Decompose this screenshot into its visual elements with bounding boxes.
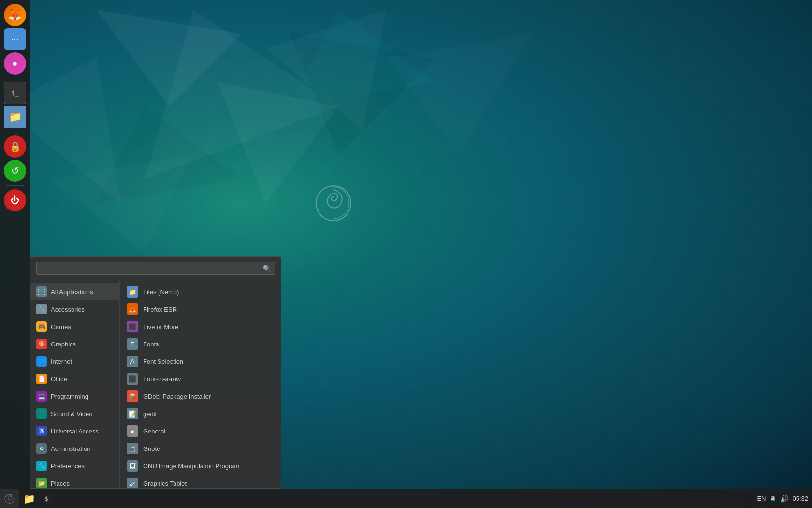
- svg-marker-4: [97, 10, 242, 106]
- category-icon-accessories: 🔧: [36, 304, 47, 314]
- app-icon: A: [127, 356, 138, 367]
- category-item-preferences[interactable]: 🔧Preferences: [30, 457, 119, 475]
- app-icon: 📓: [127, 443, 138, 454]
- dock-separator-1: [6, 78, 24, 78]
- app-icon: 📁: [127, 286, 138, 298]
- app-label: GNU Image Manipulation Program: [143, 463, 239, 470]
- taskbar-files[interactable]: 📁: [19, 489, 39, 508]
- app-item[interactable]: 📝gedit: [120, 405, 281, 422]
- category-icon-games: 🎮: [36, 321, 47, 332]
- svg-marker-5: [290, 10, 435, 106]
- category-label-universal: Universal Access: [51, 428, 99, 435]
- app-item[interactable]: ⬛Five or More: [120, 318, 281, 335]
- dock-lock[interactable]: 🔒: [4, 135, 26, 158]
- category-label-internet: Internet: [51, 358, 72, 365]
- taskbar-terminal[interactable]: $_: [39, 489, 58, 508]
- app-icon: 📝: [127, 408, 138, 419]
- app-label: General: [143, 428, 165, 435]
- svg-marker-2: [290, 34, 435, 155]
- app-icon: ⬛: [127, 373, 138, 385]
- language-indicator[interactable]: EN: [757, 495, 766, 502]
- category-label-graphics: Graphics: [51, 341, 76, 348]
- app-label: GDebi Package Installer: [143, 393, 211, 400]
- dock-power[interactable]: ⏻: [4, 189, 26, 211]
- dock-firefox[interactable]: 🦊: [4, 4, 26, 26]
- category-label-accessories: Accessories: [51, 306, 85, 313]
- category-icon-sound: 🎵: [36, 408, 47, 419]
- app-icon: ●: [127, 425, 138, 437]
- svg-marker-0: [145, 10, 338, 179]
- app-label: Graphics Tablet: [143, 480, 187, 487]
- app-label: gedit: [143, 410, 157, 418]
- desktop: 🦊 ··· ● $_ 📁 🔒 ↺ ⏻ �: [0, 0, 812, 508]
- category-item-places[interactable]: 📂Places: [30, 475, 119, 488]
- category-label-all: All Applications: [51, 288, 93, 296]
- app-item[interactable]: ⬛Four-in-a-row: [120, 370, 281, 388]
- category-item-all[interactable]: ⋮⋮All Applications: [30, 283, 119, 300]
- app-label: Firefox ESR: [143, 306, 177, 313]
- svg-marker-9: [48, 155, 193, 252]
- app-item[interactable]: 🖊Graphics Tablet: [120, 475, 281, 488]
- app-label: Font Selection: [143, 358, 183, 365]
- category-item-universal[interactable]: ♿Universal Access: [30, 422, 119, 440]
- category-icon-internet: 🌐: [36, 356, 47, 367]
- category-icon-places: 📂: [36, 478, 47, 488]
- category-label-places: Places: [51, 480, 70, 487]
- category-item-internet[interactable]: 🌐Internet: [30, 353, 119, 370]
- app-item[interactable]: ●General: [120, 422, 281, 440]
- dock-separator-2: [6, 132, 24, 132]
- dock-terminal[interactable]: $_: [4, 82, 26, 104]
- taskbar-left: 📁 $_: [0, 489, 58, 508]
- app-icon: 🦊: [127, 303, 138, 315]
- app-item[interactable]: FFonts: [120, 335, 281, 353]
- app-icon: 🖊: [127, 478, 138, 488]
- svg-marker-7: [97, 106, 242, 203]
- category-item-admin[interactable]: ⚙Administration: [30, 440, 119, 457]
- category-item-sound[interactable]: 🎵Sound & Video: [30, 405, 119, 422]
- app-label: Five or More: [143, 323, 178, 330]
- app-icon: ⬛: [127, 321, 138, 332]
- app-item[interactable]: 📁Files (Nemo): [120, 283, 281, 300]
- dock-bluedots[interactable]: ···: [4, 28, 26, 50]
- svg-marker-1: [266, 10, 387, 131]
- app-item[interactable]: 🖼GNU Image Manipulation Program: [120, 457, 281, 475]
- category-item-graphics[interactable]: 🎨Graphics: [30, 335, 119, 353]
- dock-files[interactable]: 📁: [4, 106, 26, 128]
- app-icon: F: [127, 338, 138, 350]
- dock-update[interactable]: ↺: [4, 160, 26, 182]
- category-label-games: Games: [51, 323, 71, 330]
- menu-body: ⋮⋮All Applications🔧Accessories🎮Games🎨Gra…: [30, 280, 281, 488]
- app-label: Four-in-a-row: [143, 375, 181, 383]
- debian-logo: [314, 184, 353, 223]
- dock-pink[interactable]: ●: [4, 52, 26, 75]
- app-label: Fonts: [143, 341, 159, 348]
- search-input[interactable]: [36, 262, 275, 275]
- category-item-accessories[interactable]: 🔧Accessories: [30, 300, 119, 318]
- app-item[interactable]: AFont Selection: [120, 353, 281, 370]
- dock-separator-3: [6, 185, 24, 186]
- dock: 🦊 ··· ● $_ 📁 🔒 ↺ ⏻: [0, 0, 30, 489]
- category-item-office[interactable]: 📄Office: [30, 370, 119, 388]
- taskbar-right: EN 🖥 🔊 05:32: [757, 495, 812, 503]
- category-item-games[interactable]: 🎮Games: [30, 318, 119, 335]
- taskbar-start-button[interactable]: [0, 489, 19, 508]
- clock: 05:32: [792, 495, 808, 502]
- category-item-programming[interactable]: 💻Programming: [30, 388, 119, 405]
- app-item[interactable]: 📦GDebi Package Installer: [120, 388, 281, 405]
- category-label-admin: Administration: [51, 445, 90, 452]
- app-item[interactable]: 📓Gnote: [120, 440, 281, 457]
- app-item[interactable]: 🦊Firefox ESR: [120, 300, 281, 318]
- category-icon-all: ⋮⋮: [36, 286, 47, 297]
- category-label-programming: Programming: [51, 393, 88, 400]
- app-menu: 🔍 ⋮⋮All Applications🔧Accessories🎮Games🎨G…: [30, 256, 281, 489]
- category-icon-graphics: 🎨: [36, 339, 47, 349]
- app-icon: 🖼: [127, 460, 138, 472]
- category-icon-admin: ⚙: [36, 443, 47, 454]
- network-icon: 🖥: [769, 495, 776, 503]
- category-icon-universal: ♿: [36, 426, 47, 436]
- category-label-preferences: Preferences: [51, 463, 85, 470]
- category-label-sound: Sound & Video: [51, 410, 93, 418]
- volume-icon[interactable]: 🔊: [780, 495, 788, 503]
- category-label-office: Office: [51, 375, 67, 383]
- taskbar: 📁 $_ EN 🖥 🔊 05:32: [0, 489, 812, 508]
